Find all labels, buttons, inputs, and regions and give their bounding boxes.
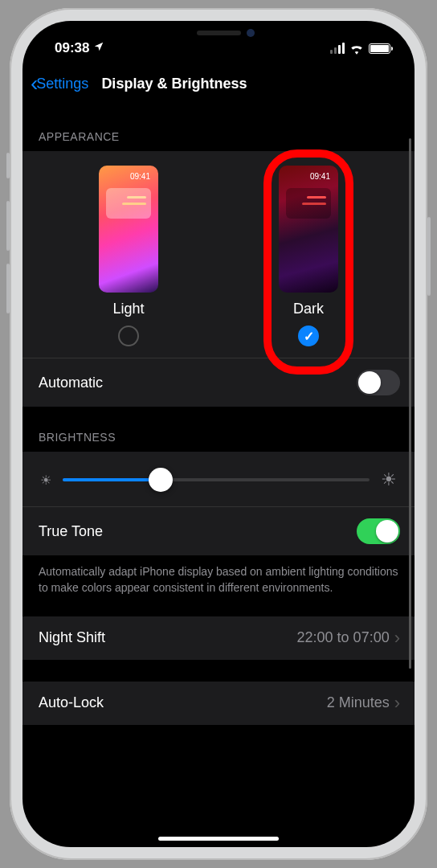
content-area: APPEARANCE 09:41 Light 09:41 [22, 106, 415, 836]
home-indicator[interactable] [158, 837, 279, 841]
true-tone-toggle[interactable] [357, 518, 400, 544]
volume-up-button [6, 201, 10, 251]
appearance-options: 09:41 Light 09:41 Dark [22, 151, 415, 358]
light-label: Light [112, 301, 144, 317]
thumbnail-time: 09:41 [310, 172, 330, 181]
chevron-right-icon: › [394, 694, 400, 712]
brightness-header: BRIGHTNESS [22, 407, 415, 452]
appearance-header: APPEARANCE [22, 106, 415, 151]
thumbnail-widget [106, 188, 151, 219]
light-thumbnail: 09:41 [99, 166, 158, 293]
cellular-signal-icon [330, 43, 345, 54]
dark-radio[interactable] [298, 326, 319, 346]
night-shift-row[interactable]: Night Shift 22:00 to 07:00 › [22, 616, 415, 660]
notch [134, 21, 303, 45]
back-button[interactable]: ‹ Settings [31, 72, 88, 95]
light-radio[interactable] [118, 326, 139, 346]
chevron-right-icon: › [394, 629, 400, 647]
true-tone-row: True Tone [22, 507, 415, 555]
back-label: Settings [36, 76, 88, 92]
night-shift-value: 22:00 to 07:00 [297, 629, 390, 646]
power-button [427, 217, 431, 296]
appearance-option-light[interactable]: 09:41 Light [99, 166, 158, 346]
volume-down-button [6, 264, 10, 313]
location-arrow-icon [93, 40, 104, 56]
page-title: Display & Brightness [90, 76, 403, 92]
true-tone-label: True Tone [39, 523, 103, 540]
brightness-slider-row: ☀︎ ☀︎ [22, 452, 415, 507]
brightness-panel: ☀︎ ☀︎ True Tone [22, 452, 415, 555]
auto-lock-row[interactable]: Auto-Lock 2 Minutes › [22, 681, 415, 725]
navigation-bar: ‹ Settings Display & Brightness [22, 61, 415, 106]
battery-icon [369, 43, 390, 54]
iphone-frame: 09:38 ‹ Settings Display & Brightnes [10, 8, 427, 860]
front-camera [247, 29, 255, 37]
dark-thumbnail: 09:41 [279, 166, 338, 293]
automatic-toggle[interactable] [357, 370, 400, 395]
true-tone-footer: Automatically adapt iPhone display based… [22, 555, 415, 616]
appearance-panel: 09:41 Light 09:41 Dark [22, 151, 415, 407]
wifi-icon [349, 43, 364, 54]
sun-small-icon: ☀︎ [40, 473, 51, 488]
sun-large-icon: ☀︎ [381, 469, 397, 490]
status-time: 09:38 [55, 40, 89, 56]
night-shift-label: Night Shift [39, 629, 105, 646]
scroll-indicator[interactable] [409, 138, 411, 669]
automatic-row: Automatic [22, 358, 415, 407]
automatic-label: Automatic [39, 375, 103, 391]
screen: 09:38 ‹ Settings Display & Brightnes [22, 21, 415, 847]
mute-switch [6, 153, 10, 178]
dark-label: Dark [293, 301, 324, 317]
brightness-slider[interactable] [63, 478, 370, 481]
auto-lock-value: 2 Minutes [327, 694, 390, 711]
thumbnail-widget [286, 188, 331, 219]
appearance-option-dark[interactable]: 09:41 Dark [279, 166, 338, 346]
thumbnail-time: 09:41 [130, 172, 150, 181]
auto-lock-label: Auto-Lock [39, 694, 104, 711]
speaker-grille [197, 31, 241, 35]
